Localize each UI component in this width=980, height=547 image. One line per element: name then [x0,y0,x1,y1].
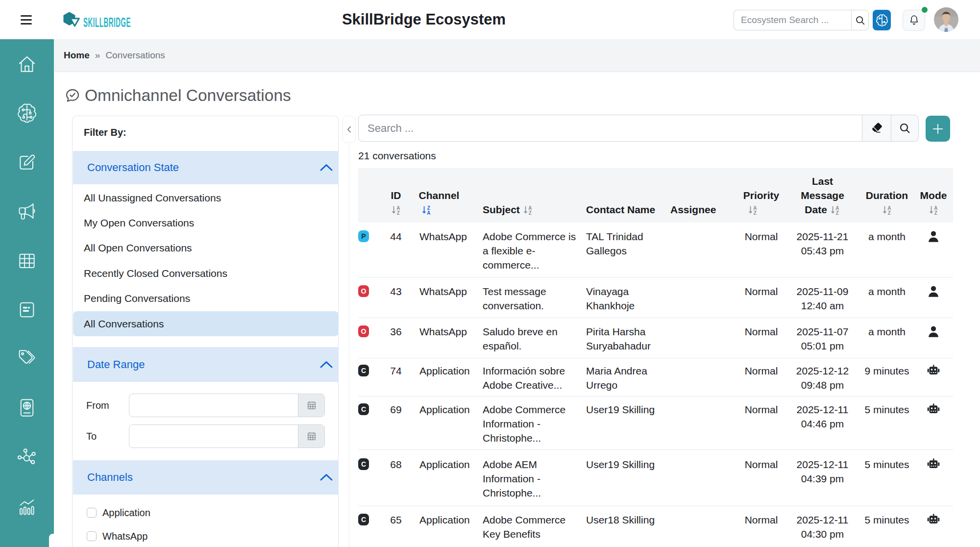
svg-text:A: A [887,205,891,211]
svg-text:A: A [934,205,937,211]
svg-text:A: A [528,205,532,211]
svg-text:Z: Z [934,210,937,215]
svg-text:A: A [427,210,430,215]
svg-text:Z: Z [427,205,430,211]
svg-text:Z: Z [835,210,838,215]
svg-text:A: A [835,205,839,211]
svg-text:Z: Z [528,210,531,215]
svg-text:A: A [753,205,757,211]
svg-text:Z: Z [396,210,399,215]
svg-text:Z: Z [754,210,757,215]
svg-text:Z: Z [887,210,890,215]
svg-text:A: A [396,205,400,211]
